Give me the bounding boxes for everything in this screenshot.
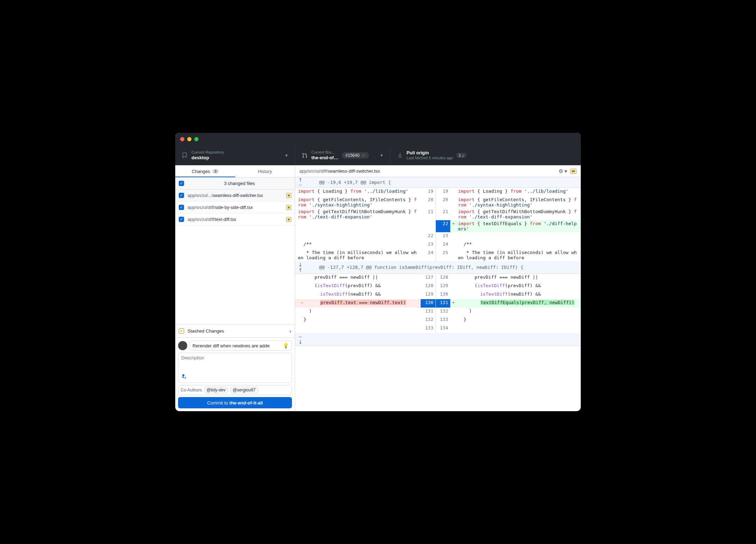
modified-icon <box>286 193 291 198</box>
tab-label: History <box>258 169 272 174</box>
diff-line-changed: - prevDiff.text === newDiff.text) 130 13… <box>295 299 581 308</box>
titlebar <box>175 133 581 146</box>
expand-up-icon[interactable]: ⤒┄ <box>297 178 304 187</box>
description-placeholder: Description <box>181 355 289 373</box>
pull-title: Pull origin <box>407 150 453 156</box>
download-icon <box>397 153 403 158</box>
chevron-right-icon: › <box>289 328 291 334</box>
expand-down-icon[interactable]: ⤓ <box>297 262 304 267</box>
tab-history[interactable]: History <box>235 165 295 177</box>
coauthors-field[interactable]: Co-Authors @tidy-dev @sergiou87 <box>178 385 292 395</box>
pull-request-icon <box>301 153 308 158</box>
file-row[interactable]: ✓ app/src/ui/diff/side-by-side-diff.tsx <box>175 202 295 214</box>
diff-line: import { Loading } from '../lib/loading'… <box>295 188 581 196</box>
commit-button-prefix: Commit to <box>207 400 228 406</box>
hunk-header[interactable]: ⤓ ⤒ @@ -127,7 +128,7 @@ function isSameD… <box>295 261 581 274</box>
diff-line: import { getFileContents, IFileContents … <box>295 196 581 208</box>
add-coauthor-button[interactable] <box>181 373 187 381</box>
close-window-button[interactable] <box>180 137 184 141</box>
repo-label: Current Repository <box>191 150 224 155</box>
repo-selector[interactable]: Current Repository desktop ▼ <box>175 146 295 165</box>
pr-number: #15640 <box>346 153 360 158</box>
diff-line: 22 23 <box>295 232 581 241</box>
chevron-down-icon: ▼ <box>380 153 384 157</box>
diff-line: (isTextDiff(prevDiff) && 128 129 (isText… <box>295 282 581 291</box>
expand-end[interactable]: ┄⤓ <box>295 333 581 346</box>
expand-up-icon[interactable]: ⤒ <box>297 268 304 273</box>
file-path: app/src/ui/.../seamless-diff-switcher.ts… <box>188 193 283 198</box>
commit-form: Rerender diff when newlines are adde 💡 D… <box>175 338 295 411</box>
chevron-down-icon: ▼ <box>285 153 288 157</box>
file-row[interactable]: ✓ app/src/ui/diff/text-diff.tsx <box>175 214 295 225</box>
file-list: ✓ app/src/ui/.../seamless-diff-switcher.… <box>175 190 295 225</box>
pr-badge: #15640 ✓ <box>342 152 369 159</box>
select-all-checkbox[interactable]: ✓ <box>179 181 184 186</box>
stash-label: Stashed Changes <box>188 328 224 334</box>
file-checkbox[interactable]: ✓ <box>179 217 184 222</box>
diff-filepath: app/src/ui/diff/seamless-diff-switcher.t… <box>299 168 556 174</box>
commit-button-branch: the-end-of-it-all <box>230 400 263 406</box>
commit-button[interactable]: Commit to the-end-of-it-all <box>178 397 292 408</box>
stash-icon: ≡ <box>179 328 184 334</box>
pull-origin-button[interactable]: Pull origin Last fetched 5 minutes ago 1… <box>390 146 581 165</box>
diff-line: ) 131 132 ) <box>295 308 581 316</box>
branch-name: the-end-of… <box>311 155 339 161</box>
modified-icon <box>286 217 291 222</box>
modified-icon <box>570 169 577 174</box>
check-icon: ✓ <box>362 153 365 158</box>
app-window: Current Repository desktop ▼ Current Bra… <box>175 133 581 411</box>
avatar <box>178 341 187 350</box>
lightbulb-icon[interactable]: 💡 <box>283 343 289 348</box>
diff-line: * The time (in milliseconds) we allow wh… <box>295 249 581 261</box>
sidebar: Changes 3 History ✓ 3 changed files ✓ ap… <box>175 165 295 411</box>
modified-icon <box>286 205 291 210</box>
file-list-header: ✓ 3 changed files <box>175 178 295 190</box>
changed-files-count: 3 changed files <box>188 181 291 186</box>
changes-count-badge: 3 <box>212 169 219 173</box>
branch-selector[interactable]: Current Bra… the-end-of… #15640 ✓ ▼ <box>295 146 390 165</box>
gear-icon[interactable]: ⚙︎ ▾ <box>559 168 567 174</box>
diff-line: import { getTextDiffWithBottomDummyHunk … <box>295 208 581 220</box>
main-content: Changes 3 History ✓ 3 changed files ✓ ap… <box>175 165 581 411</box>
file-checkbox[interactable]: ✓ <box>179 205 184 210</box>
diff-line-added: 22 + import { textDiffEquals } from './d… <box>295 220 581 232</box>
diff-header: app/src/ui/diff/seamless-diff-switcher.t… <box>295 165 581 177</box>
pull-subtitle: Last fetched 5 minutes ago <box>407 156 453 161</box>
pull-count-badge: 1 ↓ <box>457 153 466 158</box>
file-checkbox[interactable]: ✓ <box>179 193 184 198</box>
diff-line: 133 134 <box>295 324 581 333</box>
expand-down-icon[interactable]: ┄⤓ <box>297 334 304 344</box>
tab-changes[interactable]: Changes 3 <box>175 165 235 177</box>
repo-icon <box>182 153 188 158</box>
stashed-changes-button[interactable]: ≡ Stashed Changes › <box>175 324 295 338</box>
diff-line: /** 23 24 /** <box>295 241 581 249</box>
diff-pane: app/src/ui/diff/seamless-diff-switcher.t… <box>295 165 581 411</box>
diff-line: prevDiff === newDiff || 127 128 prevDiff… <box>295 274 581 282</box>
coauthor-pill[interactable]: @tidy-dev <box>204 387 228 393</box>
hunk-header[interactable]: ⤒┄ @@ -19,6 +19,7 @@ import { <box>295 177 581 188</box>
hunk-label: @@ -127,7 +128,7 @@ function isSameDiff(… <box>305 265 523 270</box>
tab-label: Changes <box>192 169 210 174</box>
toolbar: Current Repository desktop ▼ Current Bra… <box>175 146 581 165</box>
commit-description-input[interactable]: Description <box>178 353 292 383</box>
repo-name: desktop <box>191 155 224 161</box>
diff-content: ⤒┄ @@ -19,6 +19,7 @@ import { import { L… <box>295 177 581 346</box>
sidebar-tabs: Changes 3 History <box>175 165 295 178</box>
branch-label: Current Bra… <box>311 150 339 155</box>
coauthor-pill[interactable]: @sergiou87 <box>230 387 258 393</box>
coauthors-label: Co-Authors <box>181 388 202 392</box>
diff-line: } 132 133 } <box>295 316 581 324</box>
minimize-window-button[interactable] <box>187 137 191 141</box>
diff-line: isTextDiff(newDiff) && 129 130 isTextDif… <box>295 291 581 299</box>
commit-summary-value: Rerender diff when newlines are adde <box>193 343 270 348</box>
commit-summary-input[interactable]: Rerender diff when newlines are adde 💡 <box>189 341 292 351</box>
file-path: app/src/ui/diff/text-diff.tsx <box>188 217 283 222</box>
hunk-label: @@ -19,6 +19,7 @@ import { <box>305 180 391 185</box>
maximize-window-button[interactable] <box>194 137 199 141</box>
file-row[interactable]: ✓ app/src/ui/.../seamless-diff-switcher.… <box>175 190 295 202</box>
file-path: app/src/ui/diff/side-by-side-diff.tsx <box>188 205 283 210</box>
